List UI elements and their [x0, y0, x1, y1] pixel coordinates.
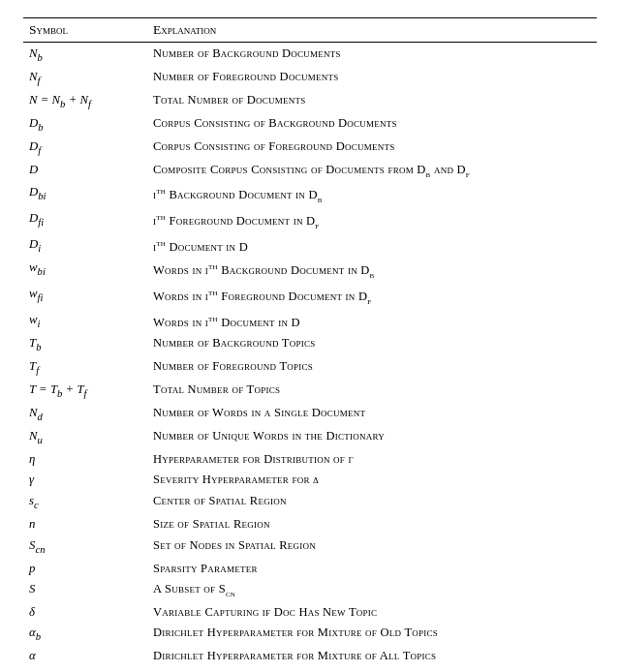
explanation-cell: Number of Foreground Documents [149, 66, 597, 89]
explanation-cell: ith Background Document in Db [149, 182, 597, 208]
symbol-cell: γ [23, 470, 149, 491]
explanation-cell: Size of Spatial Region [149, 514, 597, 535]
symbol-cell: η [23, 448, 149, 470]
symbol-cell: p [23, 558, 149, 579]
explanation-cell: Words in ith Document in D [149, 309, 597, 332]
symbol-cell: Db [23, 112, 149, 136]
symbol-cell: n [23, 514, 149, 535]
table-row: nSize of Spatial Region [23, 514, 597, 535]
table-row: φbBackground Topics from 1..Tb [23, 666, 597, 672]
symbol-cell: Tb [23, 332, 149, 355]
table-row: N = Nb + NfTotal Number of Documents [23, 89, 597, 112]
table-row: T = Tb + TfTotal Number of Topics [23, 379, 597, 402]
explanation-cell: Words in ith Background Document in Db [149, 258, 597, 284]
table-row: Dfiith Foreground Document in Df [23, 207, 597, 233]
table-row: Diith Document in D [23, 233, 597, 257]
notation-table: Symbol Explanation NbNumber of Backgroun… [23, 17, 597, 672]
table-row: DComposite Corpus Consisting of Document… [23, 159, 597, 182]
explanation-cell: Number of Background Topics [149, 332, 597, 355]
symbol-cell: wi [23, 309, 149, 332]
explanation-cell: Center of Spatial Region [149, 490, 597, 513]
explanation-cell: Background Topics from 1..Tb [149, 666, 597, 672]
explanation-cell: ith Document in D [149, 233, 597, 257]
explanation-cell: Number of Unique Words in the Dictionary [149, 425, 597, 448]
table-row: wbiWords in ith Background Document in D… [23, 258, 597, 284]
explanation-cell: Words in ith Foreground Document in Df [149, 283, 597, 309]
symbol-cell: α [23, 646, 149, 667]
symbol-cell: Di [23, 233, 149, 257]
explanation-cell: Corpus Consisting of Background Document… [149, 112, 597, 136]
symbol-cell: wbi [23, 258, 149, 284]
symbol-cell: Dbi [23, 182, 149, 208]
explanation-cell: Dirichlet Hyperparameter for Mixture of … [149, 623, 597, 646]
table-row: wfiWords in ith Foreground Document in D… [23, 283, 597, 309]
symbol-cell: Dfi [23, 207, 149, 233]
symbol-cell: δ [23, 601, 149, 623]
explanation-cell: Total Number of Documents [149, 89, 597, 112]
table-row: NbNumber of Background Documents [23, 43, 597, 67]
symbol-column-header: Symbol [23, 18, 149, 43]
symbol-cell: T = Tb + Tf [23, 379, 149, 402]
table-row: αbDirichlet Hyperparameter for Mixture o… [23, 623, 597, 646]
symbol-cell: Nf [23, 66, 149, 89]
table-row: ηHyperparameter for Distribution of γ [23, 448, 597, 470]
explanation-cell: Composite Corpus Consisting of Documents… [149, 159, 597, 182]
table-row: ScnSet of Nodes in Spatial Region [23, 535, 597, 558]
table-row: TbNumber of Background Topics [23, 332, 597, 355]
explanation-cell: Number of Foreground Topics [149, 355, 597, 379]
symbol-cell: φb [23, 666, 149, 672]
symbol-cell: sc [23, 490, 149, 513]
table-row: NuNumber of Unique Words in the Dictiona… [23, 425, 597, 448]
explanation-cell: Corpus Consisting of Foreground Document… [149, 136, 597, 159]
explanation-cell: Set of Nodes in Spatial Region [149, 535, 597, 558]
symbol-cell: Tf [23, 355, 149, 379]
table-row: wiWords in ith Document in D [23, 309, 597, 332]
symbol-cell: Df [23, 136, 149, 159]
explanation-column-header: Explanation [149, 18, 597, 43]
table-row: NfNumber of Foreground Documents [23, 66, 597, 89]
explanation-cell: ith Foreground Document in Df [149, 207, 597, 233]
explanation-cell: Dirichlet Hyperparameter for Mixture of … [149, 646, 597, 667]
table-row: δVariable Capturing if Doc Has New Topic [23, 601, 597, 623]
symbol-cell: N = Nb + Nf [23, 89, 149, 112]
table-row: NdNumber of Words in a Single Document [23, 402, 597, 425]
explanation-cell: A Subset of Scn [149, 579, 597, 602]
table-row: TfNumber of Foreground Topics [23, 355, 597, 379]
table-row: γSeverity Hyperparameter for δ [23, 470, 597, 491]
symbol-cell: D [23, 159, 149, 182]
symbol-cell: Nu [23, 425, 149, 448]
symbol-cell: Nb [23, 43, 149, 67]
symbol-cell: αb [23, 623, 149, 646]
explanation-cell: Sparsity Parameter [149, 558, 597, 579]
table-row: DfCorpus Consisting of Foreground Docume… [23, 136, 597, 159]
explanation-cell: Severity Hyperparameter for δ [149, 470, 597, 491]
table-row: SA Subset of Scn [23, 579, 597, 602]
explanation-cell: Total Number of Topics [149, 379, 597, 402]
table-row: pSparsity Parameter [23, 558, 597, 579]
table-row: αDirichlet Hyperparameter for Mixture of… [23, 646, 597, 667]
symbol-cell: S [23, 579, 149, 602]
table-row: DbCorpus Consisting of Background Docume… [23, 112, 597, 136]
symbol-cell: Scn [23, 535, 149, 558]
symbol-cell: wfi [23, 283, 149, 309]
explanation-cell: Number of Words in a Single Document [149, 402, 597, 425]
symbol-cell: Nd [23, 402, 149, 425]
table-row: Dbiith Background Document in Db [23, 182, 597, 208]
explanation-cell: Variable Capturing if Doc Has New Topic [149, 601, 597, 623]
explanation-cell: Hyperparameter for Distribution of γ [149, 448, 597, 470]
explanation-cell: Number of Background Documents [149, 43, 597, 67]
table-row: scCenter of Spatial Region [23, 490, 597, 513]
